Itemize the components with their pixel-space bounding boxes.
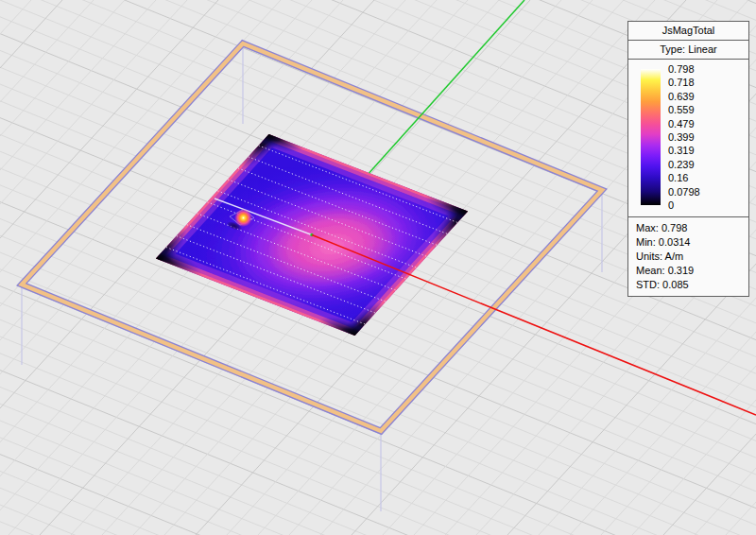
colorbar-label: 0.319 [668,144,744,157]
colorbar-label: 0.479 [668,117,744,130]
stat-line-max: Max: 0.798 [636,221,748,235]
legend-title-box: JsMagTotal [627,21,749,41]
modeler-viewport[interactable]: JsMagTotal Type: Linear 0.798 0.718 0.63… [0,0,756,535]
colorbar-label: 0.639 [668,90,744,103]
colorbar-label: 0 [668,198,744,212]
stat-line-units: Units: A/m [636,250,748,264]
feed-hotspot [234,209,252,227]
colorbar-label: 0.16 [668,171,744,184]
colorbar[interactable] [641,69,661,205]
colorbar-label: 0.798 [668,62,744,76]
colorbar-label: 0.0798 [668,185,744,198]
colorbar-label: 0.239 [668,158,744,171]
legend-stats-box: Max: 0.798 Min: 0.0314 Units: A/m Mean: … [627,216,749,297]
legend-scale-box: 0.798 0.718 0.639 0.559 0.479 0.399 0.31… [627,59,749,217]
legend-panel[interactable]: JsMagTotal Type: Linear 0.798 0.718 0.63… [627,21,749,297]
stat-line-min: Min: 0.0314 [636,235,748,250]
stat-line-std: STD: 0.085 [636,278,748,292]
colorbar-labels: 0.798 0.718 0.639 0.559 0.479 0.399 0.31… [668,62,744,212]
legend-scale-type: Type: Linear [660,43,717,55]
colorbar-label: 0.399 [668,130,744,144]
stat-line-mean: Mean: 0.319 [636,264,748,278]
legend-title: JsMagTotal [662,25,715,36]
colorbar-label: 0.718 [668,76,744,89]
legend-scale-type-box: Type: Linear [627,40,749,60]
colorbar-label: 0.559 [668,103,744,116]
